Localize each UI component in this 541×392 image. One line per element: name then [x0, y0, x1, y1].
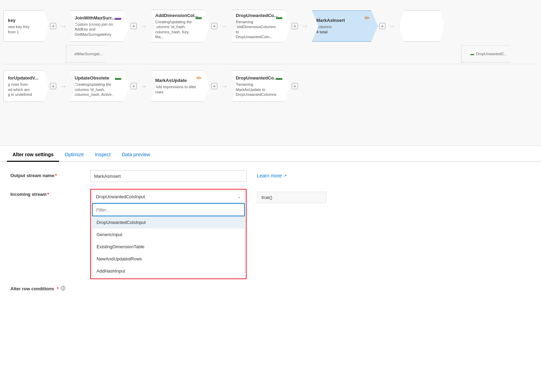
join-icon: ▬ [115, 14, 121, 22]
pipeline-row-2: forUpdatedV... g rows fromed which areg … [0, 68, 541, 105]
plus-button[interactable]: + [211, 23, 217, 29]
external-link-icon: ↗ [283, 173, 287, 178]
dropdown-selected-value: DropUnwantedColsInput [96, 194, 145, 199]
output-stream-control [90, 170, 247, 182]
markasupdate-icon: ✏ [197, 74, 202, 82]
plus-button[interactable]: + [50, 23, 56, 29]
pipeline-subrow-1: etMaxSurrogat... ▬ DropUnwantedC... [63, 45, 541, 62]
dropdown-option-1[interactable]: GenericInput [92, 228, 244, 241]
pipeline-node-key[interactable]: key new key Keyfrom 1 [3, 10, 49, 42]
markasinsert-icon: ✏ [365, 14, 370, 22]
arrow-connector: → [217, 22, 231, 30]
arrow-connector: → [298, 22, 312, 30]
updateobsolete-icon: ▬ [115, 74, 121, 82]
pipeline-node-join[interactable]: ▬ JoinWithMaxSurr... Custom (cross) join… [70, 10, 129, 42]
node-subtitle: Columns:4 total [316, 24, 373, 34]
plus-button[interactable]: + [131, 23, 137, 29]
plus-button[interactable]: + [211, 83, 217, 89]
tab-data-preview[interactable]: Data preview [116, 148, 156, 162]
pipeline-node-adddimension[interactable]: ▬ AddDimensionCol... Creating/updating t… [151, 10, 210, 42]
output-stream-label: Output stream name* [10, 170, 90, 178]
required-star: * [47, 192, 49, 197]
incoming-stream-control: DropUnwantedColsInput ⌄ DropUnwantedCols… [90, 189, 247, 279]
pipeline-row-1: key new key Keyfrom 1 + → ▬ JoinWithMaxS… [0, 7, 541, 45]
pipeline-node-dropunwanted2[interactable]: ▬ DropUnwantedCo... RenamingMarkAsUpdate… [231, 70, 290, 102]
node-title: key [8, 18, 45, 23]
pipeline-node-markasupdate[interactable]: ✏ MarkAsUpdate Add expressions to alterr… [151, 70, 210, 102]
tab-optimize[interactable]: Optimize [59, 148, 89, 162]
dropdown-option-0[interactable]: DropUnwantedColsInput [92, 216, 244, 228]
alter-row-area: true() [257, 189, 326, 203]
plus-button[interactable]: + [379, 23, 385, 29]
node-label: etMaxSurrogat... [74, 52, 102, 56]
dropunwanted-icon: ▬ [276, 14, 282, 21]
pipeline-node-partial-right[interactable]: ▬ [399, 10, 444, 42]
arrow-connector: → [137, 22, 151, 30]
node-subtitle: g rows fromed which areg in undefined [8, 82, 45, 97]
chevron-down-icon: ⌄ [238, 194, 241, 199]
output-stream-row: Output stream name* Learn more ↗ [10, 170, 531, 182]
node-label: DropUnwantedC... [476, 52, 508, 56]
getmaxsurrogate-node[interactable]: etMaxSurrogat... [66, 45, 111, 62]
tabs-bar: Alter row settings Optimize Inspect Data… [0, 146, 541, 162]
pipeline-node-forupdatedv[interactable]: forUpdatedV... g rows fromed which areg … [3, 70, 49, 102]
dropunwantedc-icon: ▬ [471, 52, 474, 56]
alter-row-conditions-label-row: Alter row conditions * ⓘ [10, 283, 531, 292]
adddimension-icon: ▬ [195, 14, 202, 21]
incoming-stream-label: Incoming stream* [10, 189, 90, 197]
info-icon: ⓘ [61, 285, 65, 292]
tab-inspect[interactable]: Inspect [89, 148, 116, 162]
filter-input[interactable] [93, 204, 244, 216]
settings-panel: Output stream name* Learn more ↗ Incomin… [0, 162, 541, 307]
dropdown-list: DropUnwantedColsInput GenericInput Exist… [92, 216, 245, 277]
arrow-connector: → [385, 22, 399, 30]
alter-row-conditions-label: Alter row conditions * ⓘ [10, 283, 90, 292]
node-subtitle: Custom (cross) join onAddKey andGetMaxSu… [75, 22, 125, 37]
required-star: * [55, 173, 57, 178]
pipeline-node-markasinsert[interactable]: ✏ MarkAsInsert Columns:4 total [312, 10, 378, 42]
dropdown-option-2[interactable]: ExistingDimensionTable [92, 241, 244, 253]
node-subtitle: Creating/updating thecolumns 'id_hash,co… [155, 19, 205, 39]
arrow-connector: → [56, 22, 70, 30]
plus-button[interactable]: + [292, 23, 298, 29]
node-title: forUpdatedV... [8, 75, 45, 81]
dropdown-option-3[interactable]: NewAndUpdatedRows [92, 253, 244, 265]
dropunwanted2-icon: ▬ [276, 74, 282, 82]
dropunwantedc-node[interactable]: ▬ DropUnwantedC... [461, 45, 517, 62]
arrow-connector: → [56, 82, 70, 90]
node-subtitle: RenamingMarkAsUpdate toDropUnwantedColum… [236, 82, 286, 97]
incoming-stream-row: Incoming stream* DropUnwantedColsInput ⌄… [10, 189, 531, 279]
condition-value: true() [257, 192, 326, 203]
plus-button[interactable]: + [50, 83, 56, 89]
pipeline-node-dropunwanted[interactable]: ▬ DropUnwantedCo... RenamingAddDimension… [231, 10, 290, 42]
node-subtitle: RenamingAddDimensionColumnstoDropUnwante… [236, 19, 286, 39]
node-subtitle: Creating/updating thecolumns 'id_hash,co… [75, 82, 125, 97]
pipeline-node-updateobsolete[interactable]: ▬ UpdateObsolete Creating/updating theco… [70, 70, 129, 102]
arrow-connector: → [137, 82, 151, 90]
output-stream-input[interactable] [90, 170, 247, 182]
dropdown-option-4[interactable]: AddHashInput [92, 265, 244, 277]
node-subtitle: new key Keyfrom 1 [8, 24, 45, 34]
node-subtitle: Add expressions to alterrows [155, 84, 205, 94]
incoming-stream-dropdown[interactable]: DropUnwantedColsInput ⌄ [92, 191, 245, 202]
learn-more-link[interactable]: Learn more ↗ [257, 170, 287, 178]
plus-button[interactable]: + [292, 83, 298, 89]
tab-alter-row-settings[interactable]: Alter row settings [7, 148, 59, 162]
filter-input-wrapper [92, 203, 245, 216]
arrow-connector: → [217, 82, 231, 90]
plus-button[interactable]: + [131, 83, 137, 89]
required-star: * [57, 286, 59, 291]
pipeline-canvas: key new key Keyfrom 1 + → ▬ JoinWithMaxS… [0, 0, 541, 146]
incoming-stream-dropdown-wrapper: DropUnwantedColsInput ⌄ DropUnwantedCols… [90, 189, 247, 279]
